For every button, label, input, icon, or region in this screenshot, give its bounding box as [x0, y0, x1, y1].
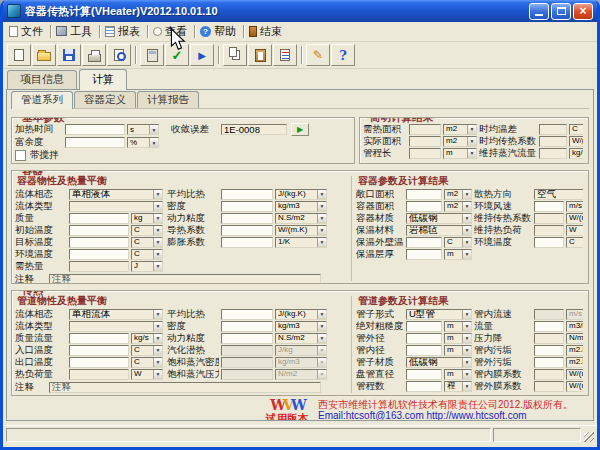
field-select[interactable]: U型管▼ — [406, 309, 472, 320]
tab-calc[interactable]: 计算 — [79, 69, 127, 90]
field-input[interactable] — [406, 369, 442, 380]
unit-select[interactable]: W/(m.K)▼ — [275, 225, 327, 236]
unit-select[interactable]: m▼ — [444, 333, 472, 344]
unit-select[interactable]: W/(m2.K)▼ — [566, 381, 583, 392]
field-input[interactable] — [69, 237, 129, 248]
tab-project-info[interactable]: 项目信息 — [7, 70, 77, 89]
field-input[interactable] — [409, 124, 441, 135]
unit-select[interactable]: C▼ — [131, 345, 163, 356]
field-input[interactable] — [534, 369, 564, 380]
convergence-input[interactable]: 1E-0008 — [221, 124, 287, 135]
field-select[interactable]: 低碳钢▼ — [406, 357, 472, 368]
field-select[interactable]: 岩棉毡▼ — [406, 225, 472, 236]
save-button[interactable] — [57, 44, 81, 66]
field-input[interactable] — [406, 201, 442, 212]
run-calculation-button[interactable]: ▶ — [291, 123, 309, 136]
unit-select[interactable]: m2▼ — [444, 201, 472, 212]
open-folder-button[interactable] — [32, 44, 56, 66]
unit-select[interactable]: s▼ — [127, 124, 159, 135]
field-select[interactable]: 单相流体▼ — [69, 309, 163, 320]
resize-grip[interactable] — [582, 427, 595, 443]
menu-item-help[interactable]: 帮助 — [197, 23, 242, 41]
unit-select[interactable]: m2▼ — [443, 124, 477, 135]
unit-select[interactable]: C▼ — [131, 225, 163, 236]
field-input[interactable] — [69, 213, 129, 224]
unit-select[interactable]: kg/h▼ — [569, 148, 583, 159]
unit-select[interactable]: J/(kg.K)▼ — [275, 309, 327, 320]
unit-select[interactable]: C▼ — [131, 357, 163, 368]
field-input[interactable] — [409, 136, 441, 147]
margin-input[interactable] — [65, 137, 125, 148]
field-input[interactable] — [534, 333, 564, 344]
unit-select[interactable]: W/(m2.K)▼ — [569, 136, 583, 147]
field-input[interactable] — [409, 148, 441, 159]
new-document-button[interactable] — [7, 44, 31, 66]
maximize-button[interactable] — [551, 3, 571, 20]
unit-select[interactable]: kg/s▼ — [131, 333, 163, 344]
field-input[interactable] — [406, 249, 442, 260]
heating-time-input[interactable] — [65, 124, 125, 135]
report-button[interactable] — [273, 44, 297, 66]
edit-pen-button[interactable]: ✎ — [306, 44, 330, 66]
note-input[interactable]: 注释 — [49, 274, 321, 285]
field-select[interactable]: 低碳钢▼ — [406, 213, 472, 224]
unit-select[interactable]: N.S/m2▼ — [275, 333, 327, 344]
field-input[interactable] — [406, 237, 442, 248]
tab-vessel-define[interactable]: 容器定义 — [74, 91, 136, 108]
unit-select[interactable]: m2▼ — [444, 189, 472, 200]
menu-item-file[interactable]: 文件 — [6, 23, 49, 41]
field-input[interactable] — [69, 369, 129, 380]
field-input[interactable] — [221, 237, 273, 248]
field-input[interactable] — [534, 213, 564, 224]
unit-select[interactable]: C▼ — [131, 237, 163, 248]
unit-select[interactable]: C▼ — [131, 249, 163, 260]
unit-select[interactable]: J▼ — [131, 261, 163, 272]
field-input[interactable] — [534, 345, 564, 356]
unit-select[interactable]: m3/h▼ — [566, 321, 583, 332]
unit-select[interactable]: m▼ — [444, 345, 472, 356]
unit-select[interactable]: J/(kg.K)▼ — [275, 189, 327, 200]
field-input[interactable] — [221, 225, 273, 236]
field-select[interactable]: 空气▼ — [534, 189, 583, 200]
field-input[interactable] — [539, 148, 567, 159]
field-input[interactable] — [221, 309, 273, 320]
unit-select[interactable]: 程▼ — [444, 381, 472, 392]
menu-item-report[interactable]: 报表 — [102, 23, 146, 41]
field-input[interactable] — [406, 345, 442, 356]
unit-select[interactable]: N.S/m2▼ — [275, 213, 327, 224]
field-input[interactable] — [406, 189, 442, 200]
field-select[interactable]: 单相液体▼ — [69, 189, 163, 200]
field-select[interactable]: ▼ — [69, 321, 163, 332]
field-input[interactable] — [221, 333, 273, 344]
close-button[interactable]: × — [573, 3, 593, 20]
field-input[interactable] — [539, 124, 567, 135]
unit-select[interactable]: m▼ — [444, 249, 472, 260]
unit-select[interactable]: m▼ — [444, 321, 472, 332]
unit-select[interactable]: W▼ — [131, 369, 163, 380]
field-input[interactable] — [534, 321, 564, 332]
field-input[interactable] — [69, 345, 129, 356]
help-button[interactable]: ? — [331, 44, 355, 66]
field-input[interactable] — [406, 381, 442, 392]
unit-select[interactable]: m/s▼ — [566, 201, 583, 212]
field-select[interactable]: ▼ — [69, 201, 163, 212]
field-input[interactable] — [539, 136, 567, 147]
unit-select[interactable]: m▼ — [444, 369, 472, 380]
field-input[interactable] — [406, 321, 442, 332]
paste-button[interactable] — [248, 44, 272, 66]
field-input[interactable] — [221, 201, 273, 212]
unit-select[interactable]: kg/m3▼ — [275, 201, 327, 212]
menu-item-exit[interactable]: 结束 — [246, 23, 288, 41]
field-input[interactable] — [534, 225, 564, 236]
unit-select[interactable]: C▼ — [566, 237, 583, 248]
unit-select[interactable]: C▼ — [444, 237, 472, 248]
unit-select[interactable]: kg▼ — [131, 213, 163, 224]
note-input[interactable]: 注释 — [49, 382, 321, 393]
unit-select[interactable]: kg/m3▼ — [275, 321, 327, 332]
unit-select[interactable]: m2.K/W▼ — [566, 357, 583, 368]
unit-select[interactable]: 1/K▼ — [275, 237, 327, 248]
unit-select[interactable]: N/m2▼ — [566, 333, 583, 344]
field-input[interactable] — [406, 333, 442, 344]
unit-select[interactable]: %▼ — [127, 137, 159, 148]
field-input[interactable] — [534, 357, 564, 368]
